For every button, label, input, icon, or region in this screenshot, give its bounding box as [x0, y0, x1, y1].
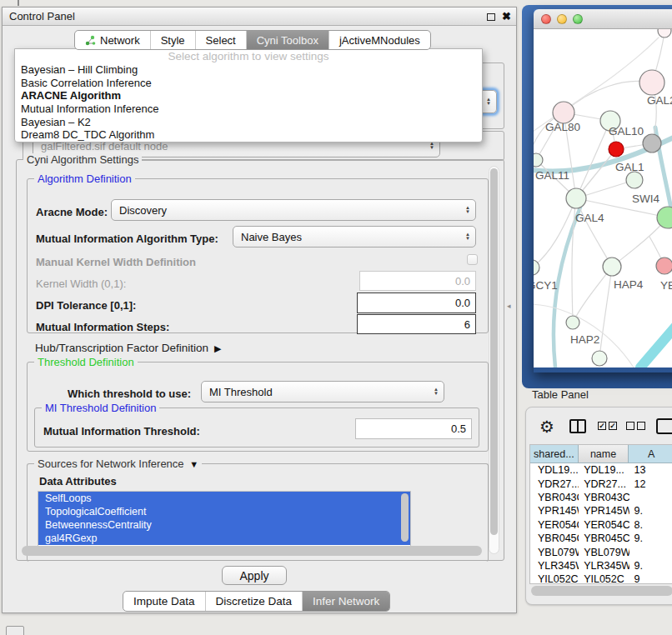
tab-label: Network — [100, 34, 140, 47]
hub-definition-label: Hub/Transcription Factor Definition — [35, 342, 208, 354]
which-threshold-combo[interactable]: MI Threshold ▲▼ — [201, 381, 444, 402]
network-node[interactable] — [603, 258, 621, 276]
table-row[interactable]: YBL079WYBL079W — [530, 545, 672, 558]
algorithm-option[interactable]: Mutual Information Inference — [15, 102, 482, 116]
table-row[interactable]: YDR27...YDR27...12 — [530, 477, 672, 490]
columns-icon[interactable] — [569, 419, 586, 433]
attribute-list-item[interactable]: gal4RGexp — [38, 532, 410, 545]
aracne-mode-combo[interactable]: Discovery ▲▼ — [111, 199, 476, 221]
attribute-list-item[interactable]: SelfLoops — [38, 492, 410, 505]
tab-label: Style — [161, 34, 185, 47]
table-panel-title: Table Panel — [532, 388, 589, 401]
scrollbar-thumb[interactable] — [490, 168, 498, 535]
tab-discretize-data[interactable]: Discretize Data — [205, 592, 303, 611]
tab-label: jActiveMNodules — [339, 34, 420, 47]
table-row[interactable]: YPR145WYPR145W9. — [530, 504, 672, 518]
mi-algorithm-type-combo[interactable]: Naive Bayes ▲▼ — [233, 226, 476, 248]
settings-horizontal-scrollbar[interactable] — [22, 546, 482, 556]
gear-icon[interactable]: ⚙ — [539, 417, 554, 437]
table-row[interactable]: YBR043CYBR043C — [530, 491, 672, 504]
network-window-titlebar[interactable] — [534, 9, 672, 29]
select-all-columns-icon[interactable]: ✓✓ — [598, 422, 617, 430]
network-node[interactable] — [626, 172, 643, 188]
tab-select[interactable]: Select — [195, 31, 246, 49]
algorithm-option[interactable]: Bayesian – Hill Climbing — [15, 63, 482, 77]
deselect-all-columns-icon[interactable] — [626, 422, 645, 430]
hub-definition-expander[interactable]: Hub/Transcription Factor Definition ▶ — [35, 342, 221, 354]
network-node[interactable] — [656, 258, 672, 274]
threshold-definition-group: Threshold Definition Which threshold to … — [27, 362, 489, 452]
network-edge — [576, 121, 610, 198]
dropdown-item-list: Bayesian – Hill ClimbingBasic Correlatio… — [15, 63, 482, 142]
which-threshold-label: Which threshold to use: — [68, 388, 191, 400]
network-node[interactable] — [534, 153, 543, 167]
tab-impute-data[interactable]: Impute Data — [123, 592, 205, 611]
attribute-list-scrollbar[interactable] — [401, 493, 409, 552]
network-canvas[interactable]: GAL2GAL80GAL10GAL11GAL1SWI4GAL4GCY1HAP4Y… — [534, 29, 672, 368]
algorithm-option[interactable]: Dream8 DC_TDC Algorithm — [15, 128, 482, 142]
dpi-tolerance-label: DPI Tolerance [0,1]: — [36, 299, 136, 312]
column-header-clipped[interactable]: A — [629, 445, 672, 463]
settings-vertical-scrollbar[interactable] — [489, 166, 499, 554]
zoom-traffic-light-icon[interactable] — [573, 14, 583, 24]
table-cell: YBR045C — [530, 532, 579, 544]
export-table-icon[interactable] — [656, 418, 672, 434]
close-icon[interactable]: ✖ — [502, 12, 511, 21]
table-row[interactable]: YIL052CYIL052C9 — [530, 572, 672, 584]
chevron-down-icon: ▼ — [187, 459, 198, 469]
network-node[interactable] — [566, 188, 586, 208]
tab-network[interactable]: Network — [75, 31, 150, 49]
algorithm-definition-group: Algorithm Definition Aracne Mode: Discov… — [27, 178, 489, 333]
tab-cyni-toolbox[interactable]: Cyni Toolbox — [246, 31, 328, 49]
apply-button[interactable]: Apply — [222, 566, 287, 585]
network-node[interactable] — [643, 134, 661, 152]
combo-arrows-icon: ▲▼ — [434, 388, 439, 396]
algorithm-option[interactable]: Bayesian – K2 — [15, 116, 482, 129]
network-edge — [573, 267, 612, 322]
mi-type-label: Mutual Information Algorithm Type: — [36, 232, 218, 245]
network-node[interactable] — [658, 29, 671, 38]
float-window-icon[interactable] — [487, 13, 495, 21]
close-traffic-light-icon[interactable] — [541, 14, 551, 24]
table-row[interactable]: YER054CYER054C8. — [530, 518, 672, 532]
mi-steps-field[interactable]: 6 — [357, 314, 476, 334]
tab-label: Infer Network — [313, 595, 379, 608]
scrollbar-thumb[interactable] — [401, 493, 409, 542]
network-node[interactable] — [609, 142, 624, 157]
minimize-traffic-light-icon[interactable] — [557, 14, 567, 24]
dpi-tolerance-field[interactable]: 0.0 — [357, 292, 476, 313]
scrollbar-thumb[interactable] — [22, 546, 482, 556]
table-cell: YIL052C — [579, 573, 629, 584]
table-row[interactable]: YBR045CYBR045C9. — [530, 532, 672, 545]
network-node[interactable] — [657, 207, 672, 228]
combo-arrows-icon: ▲▼ — [429, 142, 434, 150]
network-node[interactable] — [592, 351, 607, 366]
algorithm-option[interactable]: ARACNE Algorithm — [15, 89, 482, 102]
scrollbar-thumb[interactable] — [531, 586, 672, 596]
mi-threshold-field[interactable]: 0.5 — [355, 418, 472, 439]
cyni-mode-tabbar: Impute Data Discretize Data Infer Networ… — [123, 591, 390, 612]
minimized-panel-button[interactable] — [6, 626, 24, 635]
panel-splitter-handle[interactable]: ◂ — [507, 302, 511, 310]
table-panel-toolbar: ⚙ ✓✓ — [526, 416, 672, 439]
table-horizontal-scrollbar[interactable] — [531, 586, 672, 596]
tab-jactivemnodules[interactable]: jActiveMNodules — [328, 31, 430, 49]
tab-infer-network[interactable]: Infer Network — [302, 592, 389, 611]
table-cell: YDR27... — [579, 478, 629, 490]
tab-style[interactable]: Style — [150, 31, 195, 49]
attribute-list-item[interactable]: BetweennessCentrality — [38, 518, 410, 532]
sources-title[interactable]: Sources for Network Inference ▼ — [34, 458, 202, 470]
node-label: GAL2 — [647, 94, 672, 107]
algorithm-option[interactable]: Basic Correlation Inference — [15, 77, 482, 90]
table-cell: YBR043C — [579, 492, 629, 503]
table-row[interactable]: YDL19...YDL19...13 — [530, 463, 672, 477]
column-header-name[interactable]: name — [579, 445, 629, 463]
network-node[interactable] — [566, 316, 579, 329]
network-node[interactable] — [639, 70, 664, 95]
table-row[interactable]: YLR345WYLR345W9. — [530, 559, 672, 572]
attribute-list-item[interactable]: TopologicalCoefficient — [38, 505, 410, 518]
tab-label: Cyni Toolbox — [257, 34, 318, 47]
table-cell: YDR27... — [530, 478, 579, 490]
network-edge — [564, 82, 652, 113]
column-header-shared-name[interactable]: shared... — [530, 445, 579, 463]
